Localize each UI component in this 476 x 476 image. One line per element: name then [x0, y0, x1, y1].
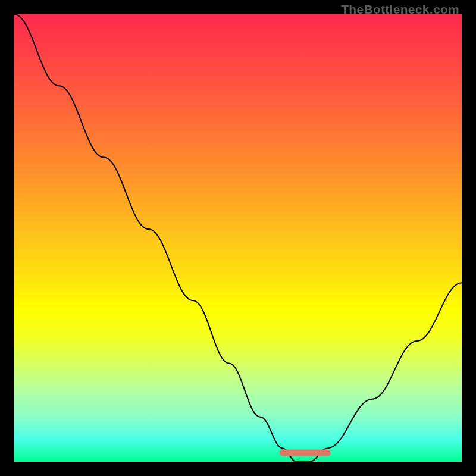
bottleneck-curve-path: [14, 14, 462, 462]
attribution-label: TheBottleneck.com: [341, 2, 459, 17]
chart-frame: [14, 14, 462, 462]
chart-svg: [14, 14, 462, 462]
